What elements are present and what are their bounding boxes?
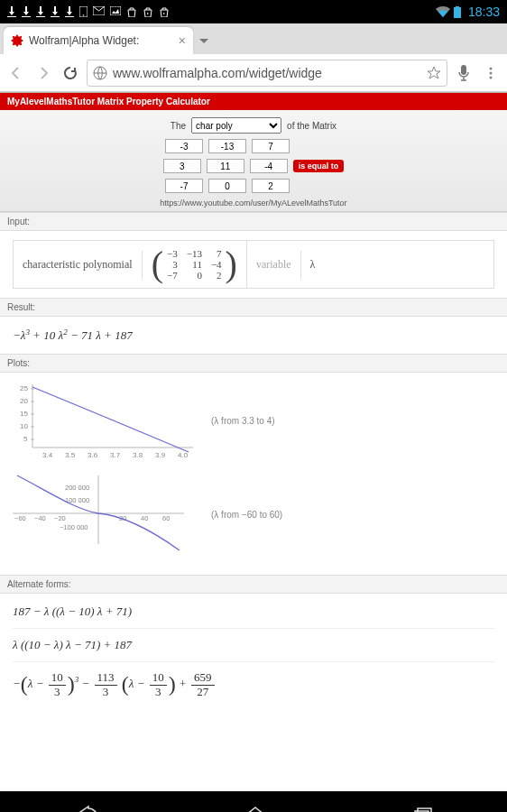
browser-tab[interactable]: Wolfram|Alpha Widget: ×	[4, 27, 193, 54]
svg-text:3.5: 3.5	[65, 451, 76, 459]
tab-title: Wolfram|Alpha Widget:	[29, 34, 139, 47]
menu-button[interactable]	[480, 62, 502, 84]
matrix-cell-2-0[interactable]	[165, 179, 203, 193]
svg-text:60: 60	[162, 514, 170, 522]
svg-rect-5	[461, 65, 466, 75]
section-plots: Plots:	[0, 354, 507, 373]
equals-badge: is equal to	[293, 160, 345, 172]
forward-button[interactable]	[32, 62, 54, 84]
svg-text:3.4: 3.4	[42, 451, 53, 459]
nav-back-button[interactable]	[72, 805, 99, 812]
youtube-link[interactable]: https://www.youtube.com/user/MyALevelMat…	[0, 198, 507, 208]
widget-title: MyAlevelMathsTutor Matrix Property Calcu…	[0, 93, 507, 110]
matrix-cell-0-0[interactable]	[165, 139, 203, 153]
input-matrix: ( −3−137 311−4 −702 )	[152, 248, 237, 281]
globe-icon	[93, 66, 107, 80]
plot-1-caption: (λ from 3.3 to 4)	[211, 416, 275, 426]
svg-text:3.6: 3.6	[88, 451, 98, 459]
url-text: www.wolframalpha.com/widget/widge	[113, 66, 427, 80]
svg-point-6	[490, 67, 493, 69]
android-statusbar: 18:33	[0, 0, 507, 23]
wolfram-favicon	[11, 34, 23, 47]
device-icon	[79, 6, 88, 17]
back-button[interactable]	[5, 62, 27, 84]
matrix-cell-1-0[interactable]	[163, 159, 201, 173]
matrix-cell-2-2[interactable]	[252, 179, 290, 193]
store-icon	[143, 6, 153, 17]
matrix-cell-1-2[interactable]	[250, 159, 288, 173]
svg-text:−60: −60	[14, 514, 26, 522]
property-select[interactable]: char poly	[191, 117, 281, 134]
url-field[interactable]: www.wolframalpha.com/widget/widge	[87, 60, 447, 87]
section-altforms: Alternate forms:	[0, 575, 507, 594]
altform-1: 187 − λ ((λ − 10) λ + 71)	[13, 595, 494, 629]
download-icon	[51, 6, 60, 17]
nav-home-button[interactable]	[244, 806, 267, 812]
label-of-matrix: of the Matrix	[287, 121, 336, 131]
svg-point-7	[490, 71, 493, 74]
input-interpretation: characteristic polynomial ( −3−137 311−4…	[13, 240, 494, 289]
svg-text:3.8: 3.8	[133, 451, 143, 459]
input-label: characteristic polynomial	[14, 251, 143, 279]
reload-button[interactable]	[60, 62, 81, 84]
svg-text:3.7: 3.7	[110, 451, 121, 459]
svg-text:10: 10	[20, 422, 28, 430]
page-content: MyAlevelMathsTutor Matrix Property Calcu…	[0, 93, 507, 791]
svg-rect-2	[110, 6, 121, 15]
browser-chrome: Wolfram|Alpha Widget: × www.wolframalpha…	[0, 23, 507, 93]
svg-text:−100 000: −100 000	[60, 523, 88, 531]
svg-marker-3	[11, 34, 23, 47]
altform-3: −(λ − 103)3 − 1133 (λ − 103) + 65927	[13, 662, 494, 707]
svg-text:−40: −40	[34, 514, 46, 522]
svg-text:15: 15	[20, 410, 28, 418]
download-icon	[36, 6, 45, 17]
plot-1: 252015105 3.43.53.63.73.83.94.0	[13, 380, 193, 461]
clock: 18:33	[468, 5, 500, 19]
store-icon	[159, 6, 170, 17]
battery-icon	[454, 6, 461, 18]
matrix-cell-2-1[interactable]	[208, 179, 246, 193]
label-the: The	[171, 121, 186, 131]
android-navbar	[0, 791, 507, 812]
result-expression: −λ3 + 10 λ2 − 71 λ + 187	[0, 317, 507, 354]
picture-icon	[110, 6, 121, 15]
nav-recents-button[interactable]	[411, 806, 435, 812]
svg-text:3.9: 3.9	[155, 451, 166, 459]
mail-icon	[93, 6, 105, 15]
bookmark-star-icon[interactable]	[427, 66, 441, 80]
variable-label: variable	[247, 251, 301, 279]
svg-text:5: 5	[23, 435, 28, 443]
svg-point-8	[490, 76, 493, 78]
svg-text:200 000: 200 000	[65, 484, 89, 492]
section-input: Input:	[0, 212, 507, 231]
svg-point-1	[83, 14, 85, 16]
svg-text:4.0: 4.0	[178, 451, 189, 459]
voice-search-button[interactable]	[453, 62, 475, 84]
matrix-cell-1-1[interactable]	[207, 159, 244, 173]
download-icon	[7, 6, 16, 17]
svg-text:20: 20	[20, 397, 28, 405]
svg-text:40: 40	[141, 514, 148, 522]
plot-2: 200 000100 000−100 000 −60−40−20204060	[13, 474, 193, 555]
svg-text:25: 25	[20, 384, 28, 392]
store-icon	[126, 6, 137, 17]
download-icon	[65, 6, 74, 17]
close-tab-icon[interactable]: ×	[179, 34, 186, 47]
widget-form: The char poly of the Matrix is equal to …	[0, 110, 507, 212]
tab-dropdown-icon[interactable]	[193, 27, 215, 54]
matrix-cell-0-1[interactable]	[208, 139, 246, 153]
matrix-cell-0-2[interactable]	[252, 139, 290, 153]
altform-2: λ ((10 − λ) λ − 71) + 187	[13, 629, 494, 662]
svg-text:−20: −20	[54, 514, 66, 522]
section-result: Result:	[0, 298, 507, 317]
variable-symbol: λ	[301, 251, 325, 279]
plot-2-caption: (λ from −60 to 60)	[211, 510, 282, 520]
wifi-icon	[436, 6, 450, 17]
download-icon	[22, 6, 31, 17]
